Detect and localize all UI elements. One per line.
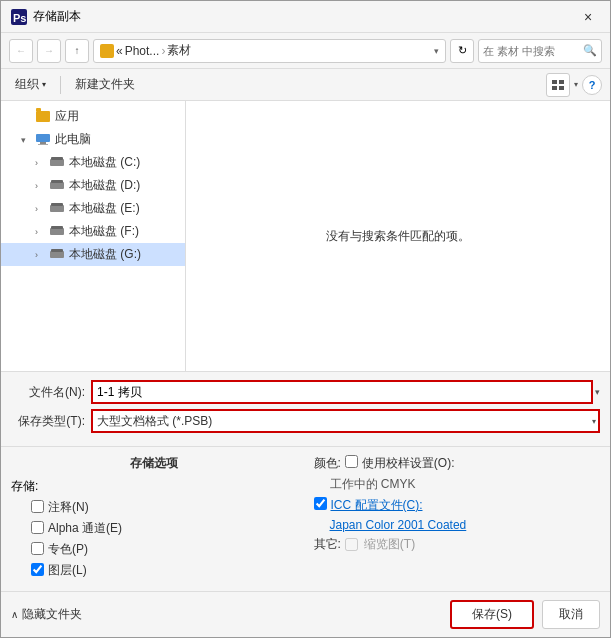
sidebar-item-computer[interactable]: ▾ 此电脑	[1, 128, 185, 151]
tree-arrow: ›	[35, 181, 49, 191]
hide-folder-button[interactable]: ∧ 隐藏文件夹	[11, 606, 82, 623]
color-label: 颜色:	[314, 455, 341, 472]
app-icon: Ps	[11, 9, 27, 25]
toolbar: 组织 ▾ 新建文件夹 ▾ ?	[1, 69, 610, 101]
checkbox-alpha-input[interactable]	[31, 521, 44, 534]
color-label-row: 颜色: 使用校样设置(O):	[314, 455, 601, 472]
sidebar-item-label: 本地磁盘 (D:)	[69, 177, 140, 194]
title-bar: Ps 存储副本 ×	[1, 1, 610, 33]
checkbox-annotation: 注释(N)	[11, 499, 298, 516]
cancel-button[interactable]: 取消	[542, 600, 600, 629]
sidebar-item-label: 本地磁盘 (G:)	[69, 246, 141, 263]
svg-rect-12	[51, 180, 63, 183]
svg-text:Ps: Ps	[13, 12, 26, 24]
svg-rect-3	[559, 80, 564, 84]
forward-button[interactable]: →	[37, 39, 61, 63]
sidebar-item-drive-g[interactable]: › 本地磁盘 (G:)	[1, 243, 185, 266]
thumbnail-label: 缩览图(T)	[364, 536, 415, 553]
breadcrumb-part1: Phot...	[125, 44, 160, 58]
organize-dropdown-icon: ▾	[42, 80, 46, 89]
up-button[interactable]: ↑	[65, 39, 89, 63]
nav-bar: ← → ↑ « Phot... › 素材 ▾ ↻ 🔍	[1, 33, 610, 69]
breadcrumb[interactable]: « Phot... › 素材 ▾	[93, 39, 446, 63]
svg-rect-18	[51, 249, 63, 252]
filetype-label: 保存类型(T):	[11, 413, 91, 430]
sidebar-item-label: 本地磁盘 (C:)	[69, 154, 140, 171]
filetype-select[interactable]: 大型文档格式 (*.PSB)	[91, 409, 600, 433]
checkbox-alpha-label: Alpha 通道(E)	[48, 520, 122, 537]
file-content-area: 没有与搜索条件匹配的项。	[186, 101, 610, 371]
folder-icon	[100, 44, 114, 58]
filename-input[interactable]	[91, 380, 593, 404]
working-color-label: 工作中的 CMYK	[330, 476, 416, 493]
breadcrumb-separator: ›	[161, 44, 165, 58]
save-button[interactable]: 保存(S)	[450, 600, 534, 629]
drive-icon	[49, 156, 65, 170]
svg-rect-9	[50, 159, 64, 166]
filetype-select-wrapper: 大型文档格式 (*.PSB) ▾	[91, 409, 600, 433]
footer-buttons: 保存(S) 取消	[450, 600, 600, 629]
sidebar-item-drive-f[interactable]: › 本地磁盘 (F:)	[1, 220, 185, 243]
tree-arrow: ›	[35, 227, 49, 237]
sidebar-item-apps[interactable]: 应用	[1, 105, 185, 128]
svg-rect-5	[559, 86, 564, 90]
save-options-title: 存储选项	[11, 455, 298, 472]
options-section: 存储选项 存储: 注释(N) Alpha 通道(E) 专色(P) 图层(L)	[1, 446, 610, 591]
breadcrumb-prefix: «	[116, 44, 123, 58]
view-toggle-button[interactable]	[546, 73, 570, 97]
other-label-row: 其它: 缩览图(T)	[314, 536, 601, 553]
checkbox-alpha: Alpha 通道(E)	[11, 520, 298, 537]
checkbox-annotation-label: 注释(N)	[48, 499, 89, 516]
empty-message: 没有与搜索条件匹配的项。	[326, 228, 470, 245]
svg-rect-15	[50, 228, 64, 235]
thumbnail-checkbox[interactable]	[345, 538, 358, 551]
file-fields-section: 文件名(N): ▾ 保存类型(T): 大型文档格式 (*.PSB) ▾	[1, 371, 610, 446]
organize-label: 组织	[15, 76, 39, 93]
svg-rect-2	[552, 80, 557, 84]
refresh-button[interactable]: ↻	[450, 39, 474, 63]
tree-arrow-expanded: ▾	[21, 135, 35, 145]
footer: ∧ 隐藏文件夹 保存(S) 取消	[1, 591, 610, 637]
svg-rect-4	[552, 86, 557, 90]
checkbox-spot-input[interactable]	[31, 542, 44, 555]
checkbox-annotation-input[interactable]	[31, 500, 44, 513]
search-input[interactable]	[483, 45, 583, 57]
chevron-up-icon: ∧	[11, 609, 18, 620]
svg-rect-11	[50, 182, 64, 189]
main-area: 应用 ▾ 此电脑 ›	[1, 101, 610, 371]
sidebar-item-drive-e[interactable]: › 本地磁盘 (E:)	[1, 197, 185, 220]
tree-arrow: ›	[35, 250, 49, 260]
color-options-panel: 颜色: 使用校样设置(O): 工作中的 CMYK ICC 配置文件(C): Ja…	[314, 455, 601, 583]
color-section: 颜色: 使用校样设置(O): 工作中的 CMYK ICC 配置文件(C): Ja…	[314, 455, 601, 553]
sidebar-item-label: 本地磁盘 (F:)	[69, 223, 139, 240]
svg-rect-10	[51, 157, 63, 160]
icc-label[interactable]: ICC 配置文件(C):	[331, 497, 423, 514]
filename-label: 文件名(N):	[11, 384, 91, 401]
checkbox-layers-label: 图层(L)	[48, 562, 87, 579]
icc-row: ICC 配置文件(C):	[314, 497, 601, 514]
other-label: 其它:	[314, 536, 341, 553]
svg-rect-13	[50, 205, 64, 212]
svg-rect-17	[50, 251, 64, 258]
checkbox-spot: 专色(P)	[11, 541, 298, 558]
sidebar: 应用 ▾ 此电脑 ›	[1, 101, 186, 371]
help-button[interactable]: ?	[582, 75, 602, 95]
svg-rect-7	[40, 142, 46, 144]
checkbox-layers-input[interactable]	[31, 563, 44, 576]
organize-button[interactable]: 组织 ▾	[9, 74, 52, 95]
sidebar-item-label: 应用	[55, 108, 79, 125]
new-folder-button[interactable]: 新建文件夹	[69, 74, 141, 95]
drive-icon	[49, 202, 65, 216]
folder-icon	[35, 110, 51, 124]
filename-dropdown-icon: ▾	[595, 387, 600, 397]
sidebar-item-drive-c[interactable]: › 本地磁盘 (C:)	[1, 151, 185, 174]
use-profile-checkbox[interactable]	[345, 455, 358, 468]
icc-checkbox[interactable]	[314, 497, 327, 510]
sidebar-item-drive-d[interactable]: › 本地磁盘 (D:)	[1, 174, 185, 197]
save-options-panel: 存储选项 存储: 注释(N) Alpha 通道(E) 专色(P) 图层(L)	[11, 455, 298, 583]
new-folder-label: 新建文件夹	[75, 76, 135, 93]
search-box: 🔍	[478, 39, 602, 63]
back-button[interactable]: ←	[9, 39, 33, 63]
close-button[interactable]: ×	[576, 5, 600, 29]
svg-rect-8	[38, 144, 48, 145]
